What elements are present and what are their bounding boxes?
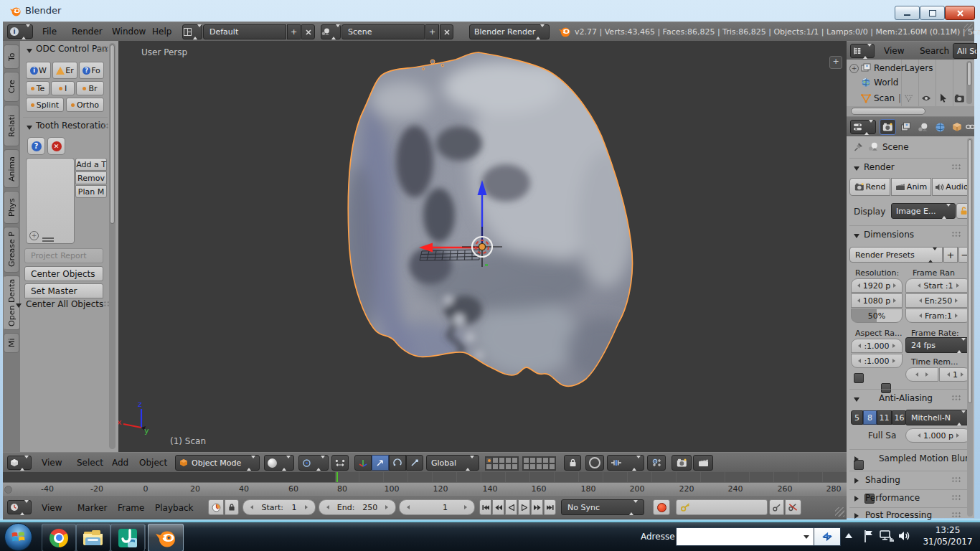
panel-grip[interactable] <box>951 476 961 483</box>
panel-expand-icon[interactable] <box>854 166 859 171</box>
pin-icon[interactable] <box>854 142 863 151</box>
add-tooth-button[interactable]: Add a T <box>75 158 107 171</box>
show-hidden-icons-button[interactable] <box>845 533 852 538</box>
resolution-y-field[interactable]: 1080 p <box>851 293 903 308</box>
timeline-menu-frame[interactable]: Frame <box>118 503 144 513</box>
start-frame-field[interactable]: Start: 1 <box>242 499 316 515</box>
minimize-button[interactable] <box>895 6 920 20</box>
center-all-panel-title[interactable]: Center All Objects <box>26 299 103 309</box>
volume-icon[interactable] <box>898 530 911 542</box>
increment-arrow-icon[interactable] <box>305 505 308 509</box>
play-reverse-button[interactable] <box>505 499 517 515</box>
panel-grip[interactable] <box>951 494 961 501</box>
breadcrumb[interactable]: Scene <box>882 142 909 152</box>
editor-type-selector-outliner[interactable] <box>850 44 875 58</box>
aa-samples-16-button[interactable]: 16 <box>892 410 907 425</box>
outliner-vscrollbar[interactable] <box>966 61 972 104</box>
odc-te-button[interactable]: Te <box>26 81 50 95</box>
outliner-row-scan[interactable]: Scan | <box>847 91 974 105</box>
aa-samples-11-button[interactable]: 11 <box>877 410 892 425</box>
editor-type-selector-timeline[interactable] <box>7 500 32 514</box>
current-frame-marker[interactable] <box>336 472 338 482</box>
increment-arrow-icon[interactable] <box>385 505 388 509</box>
end-frame-field[interactable]: End: 250 <box>319 499 396 515</box>
current-frame-field[interactable]: 1 <box>399 499 475 515</box>
viewport-3d[interactable]: z x y User Persp (1) Scan + <box>118 41 847 452</box>
taskbar-blender-button-active[interactable] <box>148 524 184 551</box>
render-still-button[interactable]: Rend <box>849 178 890 196</box>
network-icon[interactable] <box>880 530 894 542</box>
delete-scene-button[interactable] <box>440 24 453 39</box>
scrollbar-thumb[interactable] <box>967 62 971 86</box>
jump-forward-button[interactable] <box>531 499 543 515</box>
layers-block-2[interactable] <box>522 456 556 471</box>
panel-expand-icon[interactable] <box>854 397 859 402</box>
play-button[interactable] <box>518 499 530 515</box>
menu-file[interactable]: File <box>42 27 57 37</box>
list-handle-icon[interactable] <box>42 237 54 239</box>
taskbar-chrome-button[interactable] <box>42 524 76 551</box>
render-engine-select[interactable]: Blender Render <box>469 24 550 39</box>
outliner-tree[interactable]: + RenderLayers World Scan | <box>847 60 974 106</box>
tab-render-context[interactable] <box>880 119 896 135</box>
project-report-button[interactable]: Project Report <box>24 248 103 263</box>
frame-step-field[interactable]: Fram:1 <box>905 309 971 323</box>
resolution-percentage-slider[interactable]: 50% <box>851 309 903 323</box>
odc-ortho-button[interactable]: Ortho <box>66 98 104 112</box>
view3d-menu-object[interactable]: Object <box>139 458 167 468</box>
scan-mesh-object[interactable] <box>341 52 640 386</box>
aspect-y-field[interactable]: :1.000 <box>851 354 903 368</box>
manipulator-axes-button[interactable] <box>354 455 372 471</box>
mode-select[interactable]: Object Mode <box>175 455 260 471</box>
frame-start-field[interactable]: Start :1 <box>905 278 971 293</box>
address-dropdown-icon[interactable] <box>804 535 809 539</box>
tab-open-dental[interactable]: Open Denta <box>4 276 20 330</box>
tab-object-context[interactable] <box>950 121 964 133</box>
timeline-menu-view[interactable]: View <box>42 503 62 513</box>
insert-keyframe-button[interactable] <box>769 499 784 515</box>
odc-splint-button[interactable]: Splint <box>26 98 64 112</box>
tab-constraints-context[interactable] <box>966 121 976 133</box>
scene-field[interactable]: Scene <box>341 24 425 39</box>
panel-collapsed-icon[interactable] <box>854 513 859 519</box>
use-preview-range-toggle[interactable] <box>208 499 224 515</box>
outliner-menu-search[interactable]: Search <box>920 46 949 56</box>
outliner-hscrollbar[interactable] <box>847 106 974 116</box>
tab-physics[interactable]: Phys <box>4 191 19 224</box>
add-item-icon[interactable]: + <box>29 231 39 240</box>
fps-select[interactable]: 24 fps <box>905 337 971 353</box>
manipulate-center-points-toggle[interactable] <box>331 455 349 471</box>
crop-checkbox[interactable] <box>881 383 891 393</box>
scale-manipulator-button[interactable] <box>406 455 423 471</box>
snap-element-select[interactable] <box>607 455 644 471</box>
view3d-menu-select[interactable]: Select <box>77 458 103 468</box>
close-button[interactable] <box>945 6 975 20</box>
remove-tooth-button[interactable]: Remov <box>75 171 107 184</box>
center-objects-button[interactable]: Center Objects <box>24 266 103 281</box>
properties-vscrollbar[interactable] <box>967 138 973 517</box>
area-corner-handle[interactable] <box>835 507 844 517</box>
tab-animation[interactable]: Anima <box>4 149 19 188</box>
delete-layout-button[interactable] <box>301 24 315 39</box>
add-layout-button[interactable]: + <box>287 24 301 39</box>
panel-grip[interactable] <box>99 46 109 52</box>
border-checkbox[interactable] <box>854 373 864 383</box>
tab-relations[interactable]: Relati <box>4 105 19 146</box>
action-center-flag-icon[interactable] <box>863 529 875 543</box>
outliner-row-renderlayers[interactable]: + RenderLayers <box>847 61 974 75</box>
render-panel-title[interactable]: Render <box>864 162 895 172</box>
rotate-manipulator-button[interactable] <box>389 455 406 471</box>
lock-frame-range-toggle[interactable] <box>225 499 239 515</box>
panel-grip[interactable] <box>99 123 109 129</box>
frame-end-field[interactable]: En:250 <box>905 293 971 308</box>
panel-expand-icon[interactable] <box>27 49 32 53</box>
sync-mode-select[interactable]: No Sync <box>561 499 644 515</box>
titlebar[interactable]: Blender <box>0 0 980 22</box>
increment-arrow-icon[interactable] <box>464 505 467 509</box>
tab-create[interactable]: Cre <box>4 72 19 102</box>
tooth-list-box[interactable]: + <box>26 158 75 244</box>
renderable-camera-icon[interactable] <box>954 94 965 103</box>
tool-shelf-scrollbar[interactable] <box>109 43 116 449</box>
menu-render[interactable]: Render <box>72 27 103 37</box>
opengl-render-anim-button[interactable] <box>693 455 713 471</box>
